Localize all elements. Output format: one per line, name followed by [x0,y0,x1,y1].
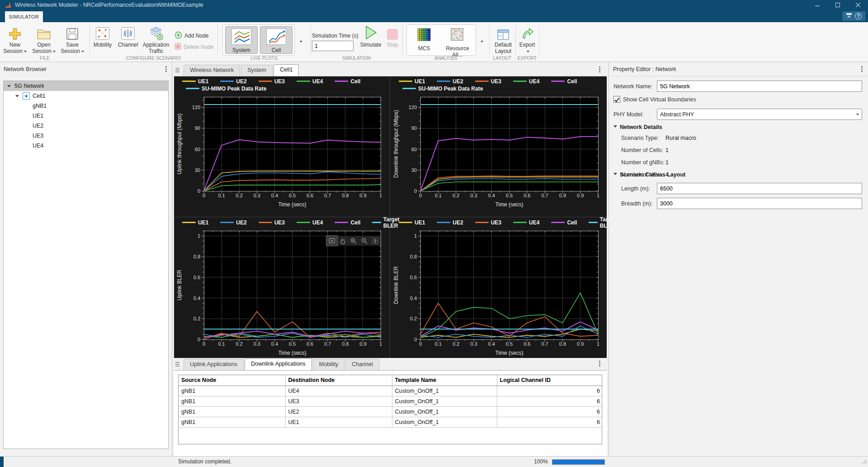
default-layout-button[interactable]: Default Layout [491,24,515,57]
stop-label: Stop [387,42,398,48]
tabbar-grip-icon[interactable] [174,67,181,74]
tree-item-label: Cell1 [33,93,46,99]
zoom-out-icon[interactable] [359,236,370,246]
applications-tabbar: Uplink ApplicationsDownlink Applications… [174,359,607,371]
fit-view-icon[interactable] [370,236,381,246]
property-editor-menu-icon[interactable] [859,64,864,74]
export-button[interactable]: Export [516,24,538,57]
legend-swatch [475,222,489,223]
table-row[interactable]: gNB1UE1Custom_OnOff_16 [179,417,603,427]
resize-grip-icon[interactable] [861,458,867,466]
dropdown-caret-icon [24,51,27,54]
help-icon[interactable]: ? [855,13,862,19]
tab-downlink-applications[interactable]: Downlink Applications [245,358,312,370]
application-traffic-button[interactable]: Application Traffic [141,24,171,57]
svg-text:0.4: 0.4 [271,341,278,347]
table-row[interactable]: gNB1UE4Custom_OnOff_16 [179,386,603,396]
network-browser-header: Network Browser [4,62,169,76]
x-axis-label: Time (secs) [495,350,523,356]
close-button[interactable] [848,0,868,10]
network-browser-menu-icon[interactable] [164,64,169,74]
tree-item-label: UE4 [33,143,43,149]
breadth-input[interactable] [657,198,862,209]
legend-item-cell: Cell [551,219,577,226]
tree-expand-icon[interactable] [7,85,11,89]
downlink-applications-view: Source NodeDestination NodeTemplate Name… [174,371,607,456]
tree-item-ue3[interactable]: UE3 [4,131,168,141]
simulate-button[interactable]: Simulate [360,24,382,57]
open-session-button[interactable]: Open Session [31,24,57,57]
tab-wireless-network[interactable]: Wireless Network [184,65,240,76]
network-name-label: Network Name: [613,83,652,90]
svg-text:0.9: 0.9 [577,193,584,198]
column-header-destination-node[interactable]: Destination Node [285,375,392,386]
mobility-button[interactable]: Mobility [90,24,115,57]
tree-item-5g-network[interactable]: 5G Network [4,81,168,91]
legend-swatch [437,222,450,223]
network-details-section[interactable]: Network Details [613,124,662,130]
tab-channel[interactable]: Channel [345,359,379,370]
legend-label: UE4 [312,78,323,85]
legend-swatch [259,222,272,223]
show-boundaries-checkbox[interactable] [613,96,620,103]
tree-item-ue4[interactable]: UE4 [4,141,168,151]
status-message: Simulation completed. [178,458,231,465]
network-name-input[interactable] [657,81,862,92]
plots-tabbar-menu-icon[interactable] [597,65,602,74]
table-cell: 6 [497,386,603,396]
minimize-button[interactable] [807,0,827,10]
column-header-template-name[interactable]: Template Name [392,375,497,386]
legend-swatch [182,222,196,223]
detail-value: 1 [665,159,669,166]
pan-icon[interactable] [337,236,348,246]
tab-uplink-applications[interactable]: Uplink Applications [184,359,244,370]
export-label: Export [519,42,535,48]
tab-mobility[interactable]: Mobility [313,359,344,370]
new-session-button[interactable]: New Session [2,24,28,57]
applications-tabbar-menu-icon[interactable] [597,359,602,368]
application-traffic-label: Application Traffic [143,42,170,54]
tab-system[interactable]: System [241,65,273,76]
tab-cell1[interactable]: Cell1 [274,64,299,76]
zoom-in-icon[interactable] [348,236,359,246]
phy-model-dropdown[interactable]: Abstract PHY [657,109,862,120]
restore-view-icon[interactable] [326,236,337,246]
minimize-toolstrip-icon[interactable] [846,12,852,20]
svg-text:0: 0 [414,188,417,194]
legend-swatch [589,222,597,223]
system-plot-toggle[interactable]: System [225,26,258,54]
svg-text:1: 1 [379,341,382,347]
add-node-button[interactable]: Add Node [175,31,208,40]
cell-plot-toggle[interactable]: Cell [260,26,292,54]
legend-label: UE2 [453,219,463,226]
mcs-button[interactable]: MCS [410,26,439,54]
svg-text:0: 0 [203,341,205,347]
channel-button[interactable]: Channel [116,24,140,57]
live-plots-gallery-caret[interactable] [297,38,305,47]
dropdown-caret-icon [300,41,302,44]
table-row[interactable]: gNB1UE2Custom_OnOff_16 [179,406,603,417]
tab-simulator[interactable]: SIMULATOR [5,11,43,22]
tree-item-cell1[interactable]: ★Cell1 [4,91,168,101]
tree-item-gnb1[interactable]: gNB1 [4,101,168,111]
checkmark-icon [614,97,620,103]
analysis-gallery-caret[interactable] [478,38,486,47]
svg-text:30: 30 [195,167,200,173]
column-header-source-node[interactable]: Source Node [179,375,285,386]
maximize-button[interactable] [827,0,848,10]
save-session-button[interactable]: Save Session [59,24,85,57]
tree-item-ue2[interactable]: UE2 [4,121,168,131]
table-row[interactable]: gNB1UE3Custom_OnOff_16 [179,396,603,406]
tree-expand-icon[interactable] [15,95,19,99]
phy-model-value: Abstract PHY [660,111,694,118]
tree-item-ue1[interactable]: UE1 [4,111,168,121]
tabbar-grip-icon[interactable] [174,361,181,368]
svg-text:120: 120 [192,105,200,110]
table-cell: UE3 [285,396,392,406]
column-header-logical-channel-id[interactable]: Logical Channel ID [497,375,603,386]
resource-allocation-button[interactable]: Resource All... [440,26,475,54]
svg-text:0.2: 0.2 [453,341,459,347]
simulation-time-input[interactable] [312,41,354,51]
tree-item-label: UE1 [33,113,43,119]
length-input[interactable] [657,183,862,194]
